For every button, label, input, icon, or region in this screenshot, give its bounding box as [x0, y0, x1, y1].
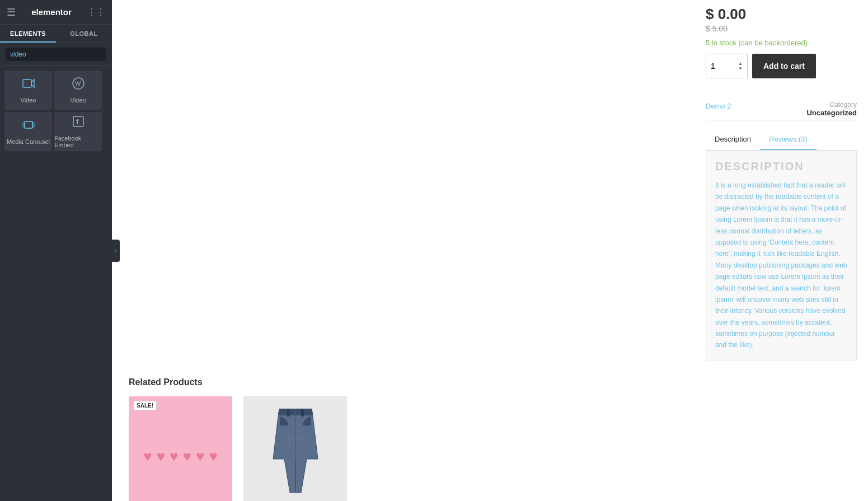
- product-price-current: $ 0.00: [706, 6, 857, 23]
- widget-facebook-embed[interactable]: f Facebook Embed: [54, 112, 102, 151]
- spinner-up-icon[interactable]: ▲: [738, 61, 743, 66]
- product-tabs: Description Reviews (3): [706, 129, 857, 151]
- grid-icon[interactable]: ⋮⋮: [87, 7, 105, 17]
- spinner-down-icon[interactable]: ▼: [738, 66, 743, 71]
- main-content: $ 0.00 $ 5.00 5 in stock (can be backord…: [112, 0, 868, 501]
- widget-video-elementor[interactable]: Video: [4, 71, 52, 110]
- heart-icon-5: ♥: [196, 448, 204, 465]
- sidebar-tabs: ELEMENTS GLOBAL: [0, 25, 112, 43]
- svg-text:W: W: [75, 80, 81, 87]
- media-carousel-icon: [22, 118, 35, 135]
- tab-description[interactable]: Description: [706, 129, 760, 150]
- page-area: $ 0.00 $ 5.00 5 in stock (can be backord…: [112, 0, 868, 501]
- hamburger-icon[interactable]: ☰: [7, 6, 16, 18]
- jeans-svg: [270, 409, 321, 501]
- svg-rect-4: [25, 121, 32, 128]
- category-label: Category: [806, 101, 857, 109]
- tab-global[interactable]: GLOBAL: [56, 25, 112, 43]
- video-wordpress-icon: W: [72, 77, 85, 93]
- product-card-demo: SALE! ♥ ♥ ♥ ♥ ♥ ♥ Demo Product $ 0.00: [129, 396, 232, 501]
- widget-list: Video W Video Media Carousel: [0, 66, 112, 156]
- product-image-demo: SALE! ♥ ♥ ♥ ♥ ♥ ♥: [129, 396, 232, 501]
- product-category: Category Uncategorized: [806, 101, 857, 117]
- product-meta: Demo 2 Category Uncategorized: [706, 90, 857, 111]
- widget-facebook-embed-label: Facebook Embed: [54, 135, 102, 148]
- divider: [706, 120, 857, 120]
- product-card-variable: variable product $ 0.00 Select options: [243, 396, 347, 501]
- related-products-section: Related Products SALE! ♥ ♥ ♥ ♥ ♥ ♥: [112, 366, 868, 501]
- jeans-background: [243, 396, 347, 501]
- svg-rect-5: [23, 123, 25, 127]
- collapse-handle[interactable]: ‹: [112, 240, 120, 262]
- app-logo: elementor: [16, 7, 87, 17]
- quantity-stepper[interactable]: 1 ▲ ▼: [706, 54, 748, 78]
- widget-video-wordpress[interactable]: W Video: [54, 71, 102, 110]
- product-price-original: $ 5.00: [706, 24, 857, 33]
- product-info-panel: $ 0.00 $ 5.00 5 in stock (can be backord…: [695, 0, 868, 366]
- video-elementor-icon: [22, 77, 35, 93]
- quantity-input[interactable]: 1: [711, 62, 733, 71]
- add-to-cart-button[interactable]: Add to cart: [752, 54, 816, 78]
- category-value: Uncategorized: [806, 109, 857, 117]
- sidebar-search-area: [0, 43, 112, 66]
- chevron-left-icon: ‹: [115, 247, 116, 254]
- stock-info: 5 in stock (can be backordered): [706, 39, 857, 47]
- product-image-variable: [243, 396, 347, 501]
- related-products-title: Related Products: [129, 377, 851, 387]
- description-text: It is a long established fact that a rea…: [715, 180, 847, 351]
- svg-rect-0: [23, 79, 31, 87]
- product-meta-link[interactable]: Demo 2: [706, 102, 731, 110]
- heart-icon-1: ♥: [143, 448, 152, 465]
- description-heading: DESCRIPTION: [715, 160, 847, 173]
- widget-media-carousel[interactable]: Media Carousel: [4, 112, 52, 151]
- heart-icon-2: ♥: [157, 448, 165, 465]
- description-panel: DESCRIPTION It is a long established fac…: [706, 151, 857, 360]
- sale-badge: SALE!: [133, 401, 157, 410]
- facebook-embed-icon: f: [72, 115, 85, 132]
- quantity-spinners[interactable]: ▲ ▼: [738, 61, 743, 71]
- search-input[interactable]: [6, 48, 106, 61]
- svg-rect-11: [301, 409, 304, 416]
- hearts-background: ♥ ♥ ♥ ♥ ♥ ♥: [129, 396, 232, 501]
- svg-rect-6: [32, 123, 34, 127]
- heart-icon-6: ♥: [209, 448, 217, 465]
- add-to-cart-row: 1 ▲ ▼ Add to cart: [706, 54, 857, 78]
- heart-icon-3: ♥: [170, 448, 178, 465]
- widget-video-wordpress-label: Video: [71, 97, 86, 104]
- tab-elements[interactable]: ELEMENTS: [0, 25, 56, 43]
- heart-icon-4: ♥: [183, 448, 191, 465]
- widget-media-carousel-label: Media Carousel: [7, 138, 50, 145]
- products-grid: SALE! ♥ ♥ ♥ ♥ ♥ ♥ Demo Product $ 0.00: [129, 396, 851, 501]
- sidebar-header: ☰ elementor ⋮⋮: [0, 0, 112, 25]
- widget-video-elementor-label: Video: [21, 97, 36, 104]
- tab-reviews[interactable]: Reviews (3): [760, 129, 817, 150]
- sidebar: ☰ elementor ⋮⋮ ELEMENTS GLOBAL Video W: [0, 0, 112, 501]
- svg-rect-10: [287, 409, 290, 416]
- svg-text:f: f: [76, 118, 79, 126]
